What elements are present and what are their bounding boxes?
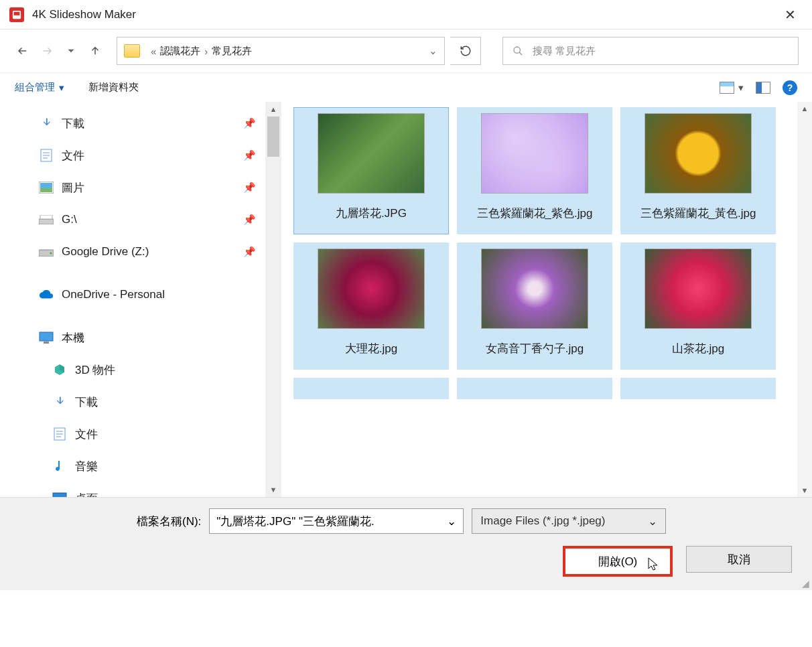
search-placeholder: 搜尋 常見花卉: [533, 45, 596, 58]
sidebar-item-label: 下載: [62, 116, 84, 131]
3d-icon: [52, 362, 67, 377]
sidebar-item-label: 圖片: [62, 180, 84, 196]
file-name: 女高音丁香勺子.jpg: [486, 334, 584, 364]
view-menu[interactable]: ▾: [720, 82, 744, 94]
scroll-down-icon[interactable]: ▼: [265, 482, 281, 497]
scroll-up-icon[interactable]: ▲: [797, 102, 812, 115]
sidebar-item-label: 下載: [75, 394, 98, 410]
svg-point-2: [514, 47, 520, 53]
sidebar-item[interactable]: 音樂: [0, 450, 281, 482]
sidebar-item[interactable]: Google Drive (Z:)📌: [0, 236, 281, 268]
scroll-thumb[interactable]: [267, 117, 279, 157]
up-icon[interactable]: [86, 42, 105, 60]
doc-icon: [39, 148, 54, 163]
file-thumbnail[interactable]: 女高音丁香勺子.jpg: [457, 242, 612, 370]
pic-icon: [39, 180, 54, 195]
sidebar-item[interactable]: 本機: [0, 321, 281, 354]
content-scrollbar[interactable]: ▲ ▼: [797, 102, 812, 497]
sidebar-item-label: 音樂: [75, 459, 98, 474]
chevron-right-icon[interactable]: ›: [204, 46, 208, 57]
pin-icon: 📌: [243, 117, 256, 129]
download-icon: [39, 116, 54, 131]
sidebar-item-label: 文件: [62, 148, 84, 163]
filename-label: 檔案名稱(N):: [137, 514, 201, 529]
sidebar-item[interactable]: 下載: [0, 386, 281, 418]
svg-point-13: [50, 253, 52, 255]
file-thumbnail[interactable]: 山茶花.jpg: [620, 242, 776, 370]
download-icon: [52, 394, 67, 409]
sidebar-item[interactable]: OneDrive - Personal: [0, 279, 281, 311]
search-icon: [513, 46, 523, 56]
svg-rect-9: [40, 188, 52, 192]
sidebar-item[interactable]: 下載📌: [0, 107, 281, 139]
sidebar-item[interactable]: 3D 物件: [0, 354, 281, 386]
sidebar: 下載📌文件📌圖片📌G:\📌Google Drive (Z:)📌OneDrive …: [0, 102, 281, 497]
filetype-filter[interactable]: Image Files (*.jpg *.jpeg) ⌄: [472, 508, 666, 534]
folder-icon: [124, 44, 140, 58]
scroll-down-icon[interactable]: ▼: [797, 484, 812, 497]
svg-rect-11: [40, 215, 52, 219]
filename-value: "九層塔花.JPG" "三色紫羅蘭花.: [216, 514, 374, 529]
sidebar-item[interactable]: 文件📌: [0, 139, 281, 171]
file-thumbnail[interactable]: 三色紫羅蘭花_黃色.jpg: [620, 107, 776, 234]
scroll-up-icon[interactable]: ▲: [265, 102, 281, 117]
file-thumbnail[interactable]: 大理花.jpg: [293, 242, 449, 370]
view-icon: [720, 82, 734, 94]
sidebar-item[interactable]: 文件: [0, 418, 281, 450]
cancel-button[interactable]: 取消: [686, 546, 792, 573]
sidebar-scrollbar[interactable]: ▲ ▼: [265, 102, 281, 497]
toolbar: 組合管理 ▾ 新增資料夾 ▾ ?: [0, 72, 812, 102]
close-icon[interactable]: ✕: [778, 4, 803, 25]
title-bar: 4K Slideshow Maker ✕: [0, 0, 812, 29]
address-bar[interactable]: « 認識花卉 › 常見花卉 ⌄: [117, 37, 445, 65]
sidebar-item[interactable]: 圖片📌: [0, 171, 281, 204]
drive-icon: [39, 212, 54, 227]
open-button[interactable]: 開啟(O): [563, 546, 673, 577]
preview-pane-icon[interactable]: [756, 82, 770, 94]
onedrive-icon: [39, 287, 54, 302]
chevron-down-icon[interactable]: ⌄: [648, 514, 657, 528]
breadcrumb-1[interactable]: 認識花卉: [160, 45, 200, 58]
organize-menu[interactable]: 組合管理 ▾: [15, 81, 64, 94]
cursor-icon: [647, 557, 659, 571]
svg-rect-1: [14, 11, 20, 15]
refresh-icon[interactable]: [450, 37, 481, 65]
file-thumbnail[interactable]: 三色紫羅蘭花_紫色.jpg: [457, 107, 612, 234]
nav-bar: « 認識花卉 › 常見花卉 ⌄ 搜尋 常見花卉: [0, 29, 812, 72]
thumbnail-image: [645, 113, 752, 194]
filename-input[interactable]: "九層塔花.JPG" "三色紫羅蘭花. ⌄: [209, 508, 464, 534]
music-icon: [52, 459, 67, 474]
sidebar-item-label: 文件: [75, 427, 98, 442]
resize-grip-icon[interactable]: ◢: [802, 578, 809, 589]
back-icon[interactable]: [13, 42, 32, 60]
recent-dropdown-icon[interactable]: [62, 42, 80, 60]
file-thumbnail[interactable]: 九層塔花.JPG: [293, 107, 449, 234]
file-name: 三色紫羅蘭花_紫色.jpg: [477, 199, 593, 228]
breadcrumb-2[interactable]: 常見花卉: [212, 45, 252, 58]
search-input[interactable]: 搜尋 常見花卉: [502, 37, 799, 65]
sidebar-item-label: 本機: [62, 330, 84, 346]
chevron-down-icon: ▾: [738, 82, 744, 94]
sidebar-item[interactable]: G:\📌: [0, 204, 281, 236]
forward-icon: [38, 42, 56, 60]
sidebar-item-label: 3D 物件: [75, 362, 115, 378]
pin-icon: 📌: [243, 149, 256, 161]
chevron-down-icon[interactable]: ⌄: [447, 514, 456, 528]
thumbnail-image: [318, 113, 425, 194]
file-name: 九層塔花.JPG: [336, 199, 407, 228]
thumbnail-image: [481, 113, 588, 194]
file-name: 山茶花.jpg: [672, 334, 724, 364]
file-thumbnail[interactable]: [293, 378, 449, 399]
new-folder-button[interactable]: 新增資料夾: [88, 81, 139, 94]
sidebar-item-label: Google Drive (Z:): [62, 245, 149, 259]
help-icon[interactable]: ?: [783, 80, 797, 95]
gdrive-icon: [39, 244, 54, 259]
pin-icon: 📌: [243, 182, 256, 194]
doc-icon: [52, 427, 67, 441]
svg-rect-10: [39, 219, 54, 224]
file-thumbnail[interactable]: [620, 378, 776, 399]
file-thumbnail[interactable]: [457, 378, 612, 399]
address-dropdown-icon[interactable]: ⌄: [429, 45, 437, 57]
sidebar-item-label: G:\: [62, 213, 77, 226]
pin-icon: 📌: [243, 214, 256, 226]
